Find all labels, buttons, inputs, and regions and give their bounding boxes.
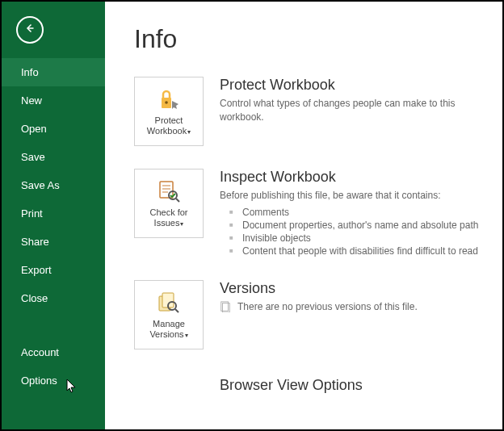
section-desc: Before publishing this file, be aware th… bbox=[220, 189, 494, 203]
section-body: Protect Workbook Control what types of c… bbox=[220, 77, 502, 125]
document-icon bbox=[220, 301, 231, 312]
back-button[interactable] bbox=[16, 16, 44, 44]
section-title: Browser View Options bbox=[220, 377, 494, 394]
check-issues-button[interactable]: Check forIssues▾ bbox=[134, 169, 204, 238]
sidebar-item-account[interactable]: Account bbox=[2, 338, 105, 366]
lock-key-icon bbox=[156, 86, 182, 112]
sidebar-item-export[interactable]: Export bbox=[2, 256, 105, 284]
sidebar-item-info[interactable]: Info bbox=[2, 58, 105, 86]
section-protect: ProtectWorkbook▾ Protect Workbook Contro… bbox=[134, 77, 502, 146]
sidebar-item-label: Save bbox=[21, 151, 45, 163]
list-item: Content that people with disabilities fi… bbox=[220, 245, 494, 257]
section-desc: Control what types of changes people can… bbox=[220, 97, 494, 125]
sidebar-item-options[interactable]: Options bbox=[2, 366, 105, 395]
sidebar-item-label: Save As bbox=[21, 179, 60, 191]
list-item: Document properties, author's name and a… bbox=[220, 219, 494, 232]
section-browser: Browser View Options bbox=[134, 372, 502, 397]
section-body: Versions There are no previous versions … bbox=[220, 280, 502, 314]
documents-magnifier-icon bbox=[156, 290, 182, 316]
sidebar-item-label: Open bbox=[21, 123, 47, 135]
tile-label: Check forIssues▾ bbox=[149, 207, 187, 228]
tile-label: ManageVersions▾ bbox=[149, 319, 187, 340]
list-item: Comments bbox=[220, 206, 494, 219]
page-title: Info bbox=[134, 24, 502, 54]
sidebar-item-label: Options bbox=[21, 375, 57, 387]
sidebar-item-label: Share bbox=[21, 236, 49, 248]
backstage-view: Info New Open Save Save As Print Share E… bbox=[2, 2, 502, 429]
sidebar-item-label: Info bbox=[21, 66, 39, 78]
sidebar-item-label: Export bbox=[21, 264, 52, 276]
section-body: Browser View Options bbox=[220, 372, 502, 397]
section-title: Protect Workbook bbox=[220, 77, 494, 94]
section-desc: There are no previous versions of this f… bbox=[237, 300, 418, 314]
section-inspect: Check forIssues▾ Inspect Workbook Before… bbox=[134, 169, 502, 257]
section-versions: ManageVersions▾ Versions There are no pr… bbox=[134, 280, 502, 349]
list-item: Invisible objects bbox=[220, 232, 494, 245]
section-title: Inspect Workbook bbox=[220, 169, 494, 186]
sidebar-item-open[interactable]: Open bbox=[2, 115, 105, 143]
protect-workbook-button[interactable]: ProtectWorkbook▾ bbox=[134, 77, 204, 146]
svg-point-1 bbox=[165, 101, 168, 104]
main-panel: Info ProtectWorkbook▾ Protect Workbook C… bbox=[105, 2, 502, 429]
section-title: Versions bbox=[220, 280, 494, 297]
inspect-list: Comments Document properties, author's n… bbox=[220, 206, 494, 257]
manage-versions-button[interactable]: ManageVersions▾ bbox=[134, 280, 204, 349]
back-arrow-icon bbox=[23, 21, 37, 39]
sidebar-item-label: Close bbox=[21, 292, 48, 304]
sidebar: Info New Open Save Save As Print Share E… bbox=[2, 2, 105, 429]
checklist-magnifier-icon bbox=[156, 178, 182, 204]
sidebar-item-print[interactable]: Print bbox=[2, 199, 105, 228]
tile-label: ProtectWorkbook▾ bbox=[147, 115, 191, 136]
sidebar-item-label: New bbox=[21, 94, 42, 107]
sidebar-item-save-as[interactable]: Save As bbox=[2, 171, 105, 199]
sidebar-item-new[interactable]: New bbox=[2, 86, 105, 115]
sidebar-item-share[interactable]: Share bbox=[2, 228, 105, 256]
sidebar-item-save[interactable]: Save bbox=[2, 143, 105, 171]
sidebar-item-label: Account bbox=[21, 346, 59, 358]
sidebar-spacer bbox=[2, 312, 105, 338]
section-body: Inspect Workbook Before publishing this … bbox=[220, 169, 502, 257]
sidebar-item-close[interactable]: Close bbox=[2, 284, 105, 312]
sidebar-item-label: Print bbox=[21, 207, 43, 220]
